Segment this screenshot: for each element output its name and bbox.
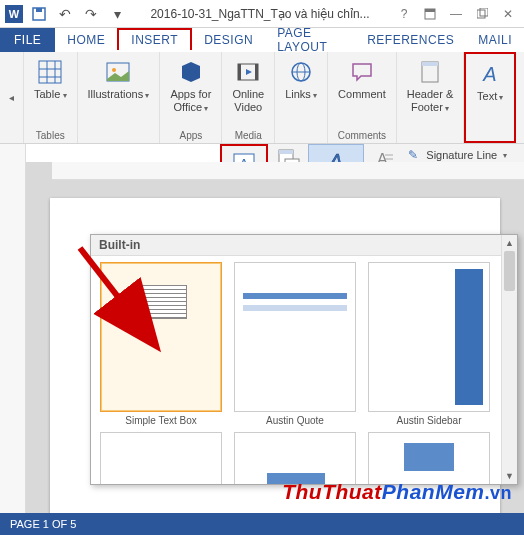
picture-icon [104,58,132,86]
header-footer-icon [416,58,444,86]
links-button[interactable]: Links [281,56,321,103]
thumb-4 [100,432,222,484]
thumb-austin-quote [234,262,356,412]
thumb-6 [368,432,490,484]
svg-rect-5 [425,9,435,12]
ribbon: ◂ Table Tables Illustrations Apps for Of… [0,52,524,144]
text-button[interactable]: A Text [472,58,508,105]
ribbon-group-links: Links [275,52,328,143]
link-icon [287,58,315,86]
ribbon-group-apps: Apps for Office Apps [160,52,222,143]
title-bar: W ↶ ↷ ▾ 2016-10-31_NgaTTN_Tạo và hiệu ch… [0,0,524,28]
close-icon[interactable]: ✕ [498,4,518,24]
horizontal-ruler [52,162,524,180]
tab-file[interactable]: FILE [0,28,55,52]
pages-scroll-icon[interactable]: ◂ [9,92,14,103]
gallery-scrollbar[interactable]: ▲ ▼ [501,235,517,484]
svg-point-14 [112,68,116,72]
text-label: Text [477,90,503,103]
thumb-austin-sidebar [368,262,490,412]
svg-rect-3 [36,8,42,12]
tab-insert[interactable]: INSERT [117,28,192,52]
tab-home[interactable]: HOME [55,28,117,52]
apps-label: Apps for Office [170,88,211,113]
ribbon-group-tables: Table Tables [24,52,78,143]
illustrations-button[interactable]: Illustrations [84,56,154,103]
save-icon[interactable] [30,5,48,23]
svg-rect-8 [39,61,61,83]
gallery-item-simple-text-box[interactable]: Simple Text Box [97,262,225,426]
gallery-item-austin-sidebar[interactable]: Austin Sidebar [365,262,493,426]
table-button[interactable]: Table [30,56,71,103]
comment-button[interactable]: Comment [334,56,390,103]
ribbon-group-text: A Text [464,52,516,143]
ribbon-tabs: FILE HOME INSERT DESIGN PAGE LAYOUT REFE… [0,28,524,52]
svg-marker-19 [246,69,252,75]
table-label: Table [34,88,67,101]
tab-mailings[interactable]: MAILI [466,28,524,52]
redo-icon[interactable]: ↷ [82,5,100,23]
scroll-up-icon[interactable]: ▲ [502,235,517,251]
text-a-icon: A [476,60,504,88]
svg-rect-17 [238,64,241,80]
vertical-ruler [0,144,26,513]
scroll-thumb[interactable] [504,251,515,291]
header-footer-label: Header & Footer [407,88,453,113]
gallery-item-5[interactable] [231,432,359,484]
gallery-section-header: Built-in [91,235,517,256]
online-video-label: Online Video [232,88,264,113]
links-label: Links [285,88,317,101]
office-apps-icon [177,58,205,86]
table-icon [36,58,64,86]
signature-line-button[interactable]: ✎Signature Line ▾ [406,148,507,162]
text-box-gallery: Built-in Simple Text Box Austin Quote Au… [90,234,518,485]
status-bar: PAGE 1 OF 5 [0,513,524,535]
apps-for-office-button[interactable]: Apps for Office [166,56,215,115]
svg-rect-24 [422,62,438,66]
help-icon[interactable]: ? [394,4,414,24]
page-indicator[interactable]: PAGE 1 OF 5 [10,518,76,530]
undo-icon[interactable]: ↶ [56,5,74,23]
quick-access-toolbar: ↶ ↷ ▾ [30,5,126,23]
illustrations-label: Illustrations [88,88,150,101]
gallery-item-6[interactable] [365,432,493,484]
ribbon-group-comments: Comment Comments [328,52,397,143]
svg-rect-18 [255,64,258,80]
svg-rect-7 [480,8,488,16]
restore-icon[interactable] [472,4,492,24]
ribbon-display-icon[interactable] [420,4,440,24]
tab-design[interactable]: DESIGN [192,28,265,52]
gallery-item-austin-quote[interactable]: Austin Quote [231,262,359,426]
tab-references[interactable]: REFERENCES [355,28,466,52]
svg-marker-15 [182,62,200,82]
svg-rect-30 [279,150,293,154]
thumb-simple-text-box [100,262,222,412]
online-video-button[interactable]: Online Video [228,56,268,115]
gallery-item-4[interactable] [97,432,225,484]
svg-text:A: A [483,63,497,85]
ribbon-group-header-footer: Header & Footer [397,52,464,143]
ribbon-group-illustrations: Illustrations [78,52,161,143]
word-app-icon: W [4,4,24,24]
signature-icon: ✎ [406,148,420,162]
svg-text:W: W [9,8,20,20]
ribbon-group-media: Online Video Media [222,52,275,143]
thumb-5 [234,432,356,484]
svg-rect-6 [477,10,485,18]
watermark-logo: ThuThuatPhanMem.vn [282,480,512,505]
tab-page-layout[interactable]: PAGE LAYOUT [265,28,355,52]
comment-label: Comment [338,88,386,101]
video-icon [234,58,262,86]
minimize-icon[interactable]: — [446,4,466,24]
document-title: 2016-10-31_NgaTTN_Tạo và hiệu chỉn... [126,7,394,21]
qat-customize-icon[interactable]: ▾ [108,5,126,23]
header-footer-button[interactable]: Header & Footer [403,56,457,115]
comment-icon [348,58,376,86]
